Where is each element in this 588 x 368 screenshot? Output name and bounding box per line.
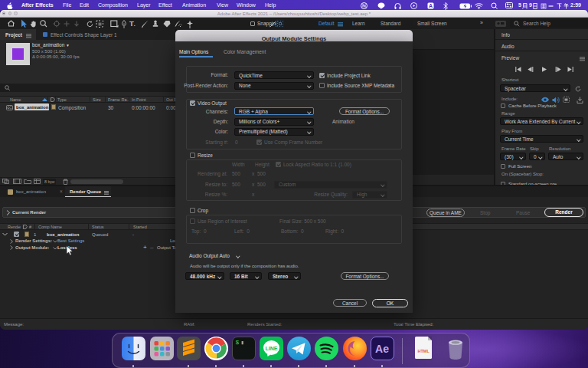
svg-text:A: A	[429, 3, 433, 8]
svg-text:LINE: LINE	[265, 346, 277, 351]
svg-text:Ae: Ae	[375, 343, 389, 355]
